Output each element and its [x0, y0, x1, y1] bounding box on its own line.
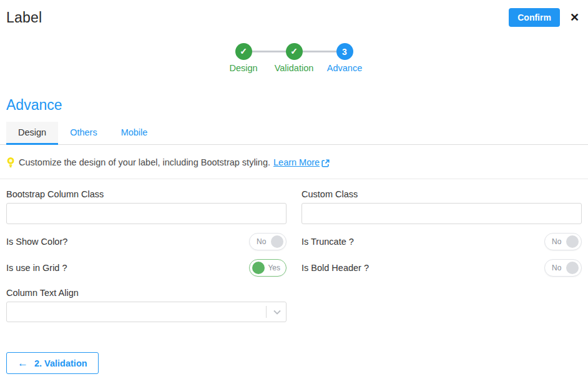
- learn-more-link[interactable]: Learn More: [273, 157, 320, 167]
- column-text-align-select[interactable]: [6, 302, 287, 322]
- step-design-label: Design: [229, 63, 257, 73]
- dialog-header: Label Confirm ✕: [0, 0, 588, 27]
- arrow-left-icon: ←: [17, 358, 28, 368]
- field-is-truncate: Is Truncate ? No: [301, 233, 582, 250]
- check-icon: ✓: [290, 46, 298, 56]
- toggle-state-label: No: [552, 237, 561, 246]
- tab-mobile[interactable]: Mobile: [109, 122, 160, 145]
- toggle-knob: [566, 262, 579, 274]
- check-icon: ✓: [240, 46, 247, 56]
- tab-design[interactable]: Design: [6, 122, 58, 145]
- field-is-use-in-grid: Is use in Grid ? Yes: [6, 259, 287, 277]
- toggle-state-label: No: [257, 237, 266, 246]
- step-number: 3: [342, 47, 347, 57]
- toggle-state-label: Yes: [268, 263, 280, 272]
- info-text: Customize the design of your label, incl…: [19, 157, 270, 167]
- select-separator: [266, 306, 267, 318]
- tab-bar: Design Others Mobile: [0, 122, 588, 145]
- external-link-icon[interactable]: [321, 159, 330, 167]
- is-use-in-grid-toggle[interactable]: Yes: [249, 259, 287, 277]
- form-column-right: Custom Class Is Truncate ? No Is Bold He…: [301, 189, 582, 322]
- close-icon[interactable]: ✕: [570, 12, 579, 23]
- confirm-button[interactable]: Confirm: [509, 8, 560, 27]
- label-dialog: Label Confirm ✕ ✓ Design ✓ Validation: [0, 0, 588, 379]
- step-design[interactable]: ✓ Design: [221, 43, 266, 73]
- field-label: Is Truncate ?: [301, 237, 354, 247]
- back-button-label: 2. Validation: [34, 358, 87, 368]
- chevron-down-icon: [273, 310, 281, 315]
- step-validation-label: Validation: [275, 63, 314, 73]
- toggle-knob: [271, 235, 283, 248]
- field-label: Is use in Grid ?: [6, 263, 67, 273]
- section-title: Advance: [6, 97, 588, 114]
- toggle-state-label: No: [552, 263, 561, 272]
- stepper: ✓ Design ✓ Validation 3 Advance: [0, 43, 588, 73]
- bootstrap-column-class-input[interactable]: [6, 203, 287, 224]
- info-row: Customize the design of your label, incl…: [6, 157, 582, 168]
- design-form: Bootstrap Column Class Is Show Color? No…: [0, 189, 588, 322]
- field-is-bold-header: Is Bold Header ? No: [301, 259, 582, 277]
- toggle-knob: [252, 262, 265, 274]
- page-title: Label: [6, 9, 42, 26]
- step-validation[interactable]: ✓ Validation: [272, 43, 316, 73]
- field-is-show-color: Is Show Color? No: [6, 233, 287, 250]
- step-validation-circle: ✓: [286, 43, 303, 60]
- toggle-knob: [566, 235, 579, 248]
- custom-class-input[interactable]: [301, 203, 582, 224]
- field-label: Is Show Color?: [6, 237, 67, 247]
- field-label: Is Bold Header ?: [301, 263, 369, 273]
- field-label: Bootstrap Column Class: [6, 189, 287, 199]
- field-column-text-align: Column Text Align: [6, 288, 287, 322]
- field-bootstrap-column-class: Bootstrap Column Class: [6, 189, 287, 224]
- field-label: Column Text Align: [6, 288, 287, 298]
- step-advance[interactable]: 3 Advance: [322, 43, 367, 73]
- back-to-validation-button[interactable]: ← 2. Validation: [6, 352, 99, 374]
- is-truncate-toggle[interactable]: No: [544, 233, 582, 250]
- field-label: Custom Class: [301, 189, 582, 199]
- step-advance-circle: 3: [336, 43, 353, 60]
- form-column-left: Bootstrap Column Class Is Show Color? No…: [6, 189, 287, 322]
- step-advance-label: Advance: [327, 63, 362, 73]
- section-divider: [0, 179, 588, 179]
- lightbulb-icon: [6, 157, 15, 168]
- is-bold-header-toggle[interactable]: No: [544, 259, 582, 277]
- field-custom-class: Custom Class: [301, 189, 582, 224]
- tab-others[interactable]: Others: [58, 122, 109, 145]
- is-show-color-toggle[interactable]: No: [249, 233, 287, 250]
- header-actions: Confirm ✕: [509, 8, 579, 27]
- step-design-circle: ✓: [235, 43, 252, 60]
